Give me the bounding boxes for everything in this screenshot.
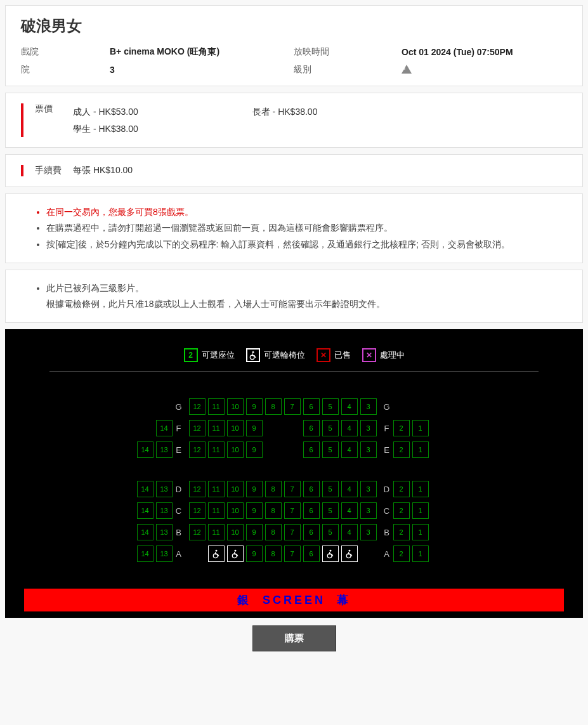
- seat[interactable]: 10: [227, 420, 244, 436]
- seat[interactable]: 9: [246, 398, 263, 415]
- seat[interactable]: 8: [265, 545, 282, 562]
- seat[interactable]: 13: [156, 441, 173, 458]
- seat-row: 1413D1211109876543D21: [129, 480, 459, 499]
- category-icon: [402, 65, 567, 75]
- seat[interactable]: 1: [412, 502, 429, 519]
- seat-wheelchair[interactable]: [322, 545, 339, 562]
- seat[interactable]: 7: [284, 502, 301, 519]
- seat[interactable]: 3: [360, 420, 377, 436]
- seat[interactable]: 2: [393, 420, 410, 436]
- seat[interactable]: 14: [137, 481, 154, 497]
- seat[interactable]: 12: [189, 524, 206, 540]
- seat[interactable]: 11: [208, 481, 225, 497]
- seat[interactable]: 6: [303, 502, 320, 519]
- seat[interactable]: 7: [284, 545, 301, 562]
- seat[interactable]: 4: [341, 502, 358, 519]
- seat[interactable]: 14: [137, 545, 154, 562]
- seat[interactable]: 9: [246, 545, 263, 562]
- seat[interactable]: 7: [284, 398, 301, 415]
- seat[interactable]: 5: [322, 420, 339, 436]
- seat-legend: 2 可選座位 可選輪椅位 ✕ 已售 ✕ 處理中: [49, 342, 539, 372]
- seat[interactable]: 10: [227, 441, 244, 458]
- row-label: D: [382, 485, 392, 494]
- seat-row: 1413A9876A21: [129, 544, 459, 563]
- seat[interactable]: 9: [246, 524, 263, 540]
- seat[interactable]: 6: [303, 481, 320, 497]
- seat[interactable]: 5: [322, 398, 339, 415]
- buy-ticket-button[interactable]: 購票: [252, 625, 336, 651]
- seat[interactable]: 4: [341, 420, 358, 436]
- seat[interactable]: 14: [137, 441, 154, 458]
- seat[interactable]: 3: [360, 524, 377, 540]
- seat[interactable]: 5: [322, 441, 339, 458]
- seat[interactable]: 7: [284, 481, 301, 497]
- seat[interactable]: 13: [156, 545, 173, 562]
- seat[interactable]: 8: [265, 481, 282, 497]
- seat-row: G1211109876543G: [129, 397, 459, 416]
- seat[interactable]: 5: [322, 524, 339, 540]
- seat[interactable]: 6: [303, 420, 320, 436]
- seat[interactable]: 4: [341, 441, 358, 458]
- seat[interactable]: 3: [360, 502, 377, 519]
- seat[interactable]: 2: [393, 481, 410, 497]
- seat[interactable]: 4: [341, 524, 358, 540]
- seat[interactable]: 2: [393, 545, 410, 562]
- seat[interactable]: 14: [156, 420, 173, 436]
- seat[interactable]: 9: [246, 502, 263, 519]
- seat[interactable]: 13: [156, 524, 173, 540]
- seat[interactable]: 3: [360, 481, 377, 497]
- seat[interactable]: 13: [156, 481, 173, 497]
- seat[interactable]: 10: [227, 398, 244, 415]
- seat[interactable]: 12: [189, 420, 206, 436]
- seat[interactable]: 2: [393, 441, 410, 458]
- seat-wheelchair[interactable]: [208, 545, 225, 562]
- seat[interactable]: 11: [208, 524, 225, 540]
- seat[interactable]: 3: [360, 441, 377, 458]
- seat[interactable]: 13: [156, 502, 173, 519]
- seat[interactable]: 7: [284, 524, 301, 540]
- seat[interactable]: 1: [412, 524, 429, 540]
- seat[interactable]: 10: [227, 524, 244, 540]
- seat[interactable]: 11: [208, 441, 225, 458]
- seat[interactable]: 1: [412, 420, 429, 436]
- seat[interactable]: 10: [227, 481, 244, 497]
- seat[interactable]: 12: [189, 441, 206, 458]
- seat[interactable]: 9: [246, 481, 263, 497]
- seat[interactable]: 2: [393, 524, 410, 540]
- seat[interactable]: 6: [303, 524, 320, 540]
- seat[interactable]: 8: [265, 502, 282, 519]
- seat[interactable]: 4: [341, 398, 358, 415]
- category-label: 級別: [294, 64, 402, 75]
- seat[interactable]: 3: [360, 398, 377, 415]
- seat[interactable]: 14: [137, 524, 154, 540]
- seat-wheelchair[interactable]: [341, 545, 358, 562]
- rating-note: 此片已被列為三級影片。 根據電檢條例，此片只准18歲或以上人士觀看，入場人士可能…: [46, 280, 567, 312]
- seat[interactable]: 8: [265, 398, 282, 415]
- seat-grid: G1211109876543G14F12111096543F211413E121…: [129, 397, 459, 563]
- seat[interactable]: 12: [189, 481, 206, 497]
- seat[interactable]: 6: [303, 545, 320, 562]
- seat[interactable]: 10: [227, 502, 244, 519]
- seat[interactable]: 1: [412, 481, 429, 497]
- seat[interactable]: 1: [412, 545, 429, 562]
- seat[interactable]: 4: [341, 481, 358, 497]
- seat[interactable]: 11: [208, 398, 225, 415]
- seat[interactable]: 9: [246, 441, 263, 458]
- seat[interactable]: 8: [265, 524, 282, 540]
- seat[interactable]: 12: [189, 398, 206, 415]
- seat[interactable]: 11: [208, 420, 225, 436]
- seat[interactable]: 14: [137, 502, 154, 519]
- seat[interactable]: 2: [393, 502, 410, 519]
- seat[interactable]: 5: [322, 502, 339, 519]
- seat[interactable]: 5: [322, 481, 339, 497]
- seat[interactable]: 1: [412, 441, 429, 458]
- seat[interactable]: 11: [208, 502, 225, 519]
- seat[interactable]: 12: [189, 502, 206, 519]
- cinema-value: B+ cinema MOKO (旺角東): [110, 46, 294, 58]
- seat-wheelchair[interactable]: [227, 545, 244, 562]
- seat-row: 1413B1211109876543B21: [129, 523, 459, 542]
- row-label: G: [382, 402, 392, 412]
- seat[interactable]: 9: [246, 420, 263, 436]
- seat[interactable]: 6: [303, 398, 320, 415]
- seat[interactable]: 6: [303, 441, 320, 458]
